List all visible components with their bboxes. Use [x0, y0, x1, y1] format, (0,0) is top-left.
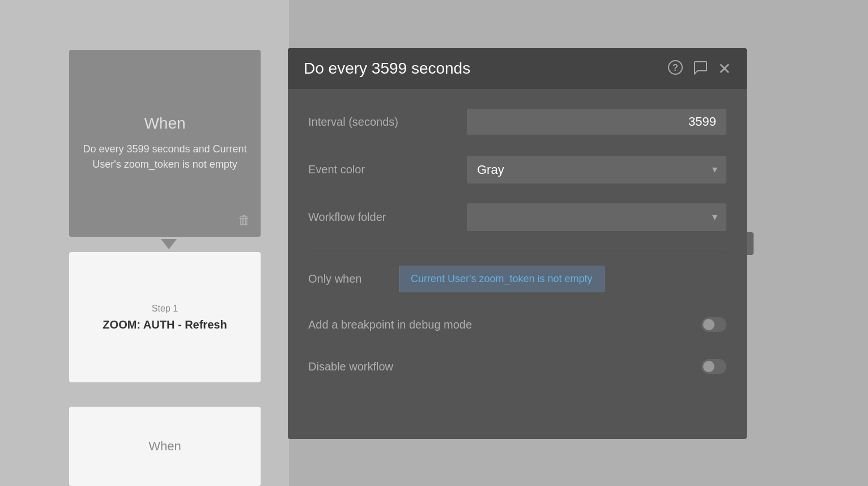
step-name: ZOOM: AUTH - Refresh	[103, 318, 227, 331]
modal-panel: Do every 3599 seconds ? ✕ Interval (seco…	[288, 48, 747, 439]
side-handle[interactable]	[747, 232, 754, 255]
breakpoint-toggle-knob	[703, 319, 714, 330]
step-card: Step 1 ZOOM: AUTH - Refresh	[69, 252, 261, 382]
disable-workflow-toggle-knob	[703, 361, 714, 372]
event-color-select[interactable]: Gray	[467, 156, 726, 184]
workflow-folder-row: Workflow folder ▾	[308, 201, 726, 233]
breakpoint-label: Add a breakpoint in debug mode	[308, 318, 701, 331]
interval-row: Interval (seconds)	[308, 106, 726, 138]
modal-body: Interval (seconds) Event color Gray ▾ Wo…	[288, 89, 747, 439]
event-color-dropdown-wrapper: Gray ▾	[467, 156, 726, 184]
only-when-label: Only when	[308, 272, 399, 285]
when-card-bottom: When	[69, 407, 261, 486]
trash-icon[interactable]: 🗑	[238, 213, 250, 228]
disable-workflow-label: Disable workflow	[308, 360, 701, 373]
workflow-folder-dropdown-wrapper: ▾	[467, 203, 726, 231]
breakpoint-toggle[interactable]	[701, 317, 726, 332]
when-card-top: When Do every 3599 seconds and Current U…	[69, 50, 261, 237]
when-card-bottom-title: When	[148, 439, 181, 454]
disable-workflow-row: Disable workflow	[308, 352, 726, 381]
workflow-folder-control: ▾	[467, 203, 726, 231]
modal-actions: ? ✕	[668, 59, 731, 78]
form-divider	[308, 249, 726, 249]
interval-control	[467, 109, 726, 135]
modal-title: Do every 3599 seconds	[304, 59, 470, 78]
comment-icon[interactable]	[693, 60, 708, 77]
svg-text:?: ?	[673, 63, 678, 73]
disable-workflow-toggle[interactable]	[701, 359, 726, 374]
close-icon[interactable]: ✕	[718, 59, 731, 78]
workflow-folder-label: Workflow folder	[308, 211, 467, 224]
only-when-row: Only when Current User's zoom_token is n…	[308, 263, 726, 295]
event-color-label: Event color	[308, 163, 467, 176]
workflow-folder-select[interactable]	[467, 203, 726, 231]
interval-label: Interval (seconds)	[308, 116, 467, 129]
breakpoint-row: Add a breakpoint in debug mode	[308, 310, 726, 339]
event-color-row: Event color Gray ▾	[308, 154, 726, 185]
event-color-control: Gray ▾	[467, 156, 726, 184]
modal-header: Do every 3599 seconds ? ✕	[288, 48, 747, 89]
when-card-top-description: Do every 3599 seconds and Current User's…	[80, 142, 249, 172]
condition-badge[interactable]: Current User's zoom_token is not empty	[399, 266, 605, 292]
arrow-connector	[161, 239, 177, 249]
step-label: Step 1	[152, 304, 178, 314]
when-card-top-title: When	[144, 114, 185, 133]
help-icon[interactable]: ?	[668, 60, 683, 77]
interval-input[interactable]	[467, 109, 726, 135]
